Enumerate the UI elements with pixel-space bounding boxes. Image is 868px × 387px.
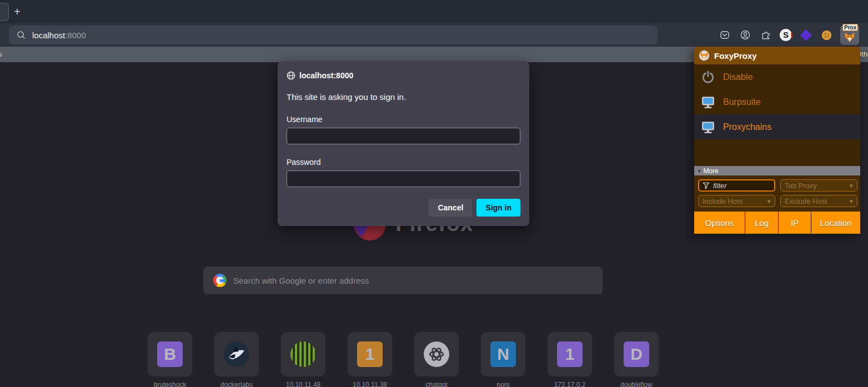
more-section-header[interactable]: ▾ More [694,166,860,175]
shortcut-10-10-11-38[interactable]: 1 10.10.11.38 [343,332,397,387]
menu-item-burpsuite[interactable]: Burpsuite [694,89,860,114]
globe-icon [287,71,295,80]
letter-icon: D [624,341,649,367]
account-icon[interactable] [739,28,752,42]
sign-in-button[interactable]: Sign in [476,199,520,217]
newtab-search-input[interactable] [233,276,566,285]
monitor-icon [701,95,715,109]
dialog-message: This site is asking you to sign in. [287,92,520,102]
shortcut-grid: B bruteshock dockerlabs 10.10.11.48 [143,332,726,387]
shortcut-bruteshock[interactable]: B bruteshock [143,332,197,387]
shortcut-chatgpt[interactable]: chatgpt [410,332,463,387]
shortcut-172-17-0-2[interactable]: 1 172.17.0.2 [543,332,596,387]
new-tab-button[interactable]: + [10,4,24,19]
green-globe-icon [290,341,316,367]
dialog-host: localhost:8000 [299,71,353,80]
letter-icon: 1 [557,341,583,367]
popup-spacer [694,139,860,166]
foxyproxy-header: FoxyProxy [694,47,860,64]
purple-diamond-extension-icon[interactable] [799,28,812,42]
menu-item-disable[interactable]: Disable [694,64,860,89]
url-bar[interactable]: localhost:8000 [9,26,658,44]
log-button[interactable]: Log [745,212,778,234]
url-port: :8000 [65,31,86,40]
more-controls: Tab Proxy ▾ Include Host ▾ Exclude Host … [694,175,860,212]
google-icon [213,274,227,287]
letter-icon: 1 [357,341,383,367]
fox-icon [844,31,856,43]
foxyproxy-toolbar-button[interactable]: Prox [840,25,859,45]
cancel-button[interactable]: Cancel [429,199,472,217]
menu-item-proxychains[interactable]: Proxychains [694,114,860,139]
collapse-arrow-icon: ▾ [698,168,701,174]
username-field[interactable] [287,128,520,144]
bookmark-item-partial[interactable]: s [0,50,2,58]
shortcut-doubleflow[interactable]: D doubleflow [610,332,663,387]
foxyproxy-popup: FoxyProxy Disable Burpsuite [694,47,860,234]
ip-button[interactable]: IP [779,212,811,234]
tab-proxy-select[interactable]: Tab Proxy ▾ [780,179,857,192]
auth-dialog: localhost:8000 This site is asking you t… [278,61,529,226]
monitor-icon [701,120,715,134]
shortcut-10-10-11-48[interactable]: 10.10.11.48 [277,332,330,387]
foxyproxy-title: FoxyProxy [714,51,757,61]
power-icon [701,70,715,84]
search-icon [17,31,26,39]
navigation-toolbar: localhost:8000 S! P [0,23,868,47]
shortcut-nors[interactable]: N nors [476,332,530,387]
foxyproxy-badge: Prox [842,24,858,31]
fox-icon [699,50,710,61]
password-label: Password [287,158,520,167]
include-host-select[interactable]: Include Host ▾ [698,195,775,207]
openai-icon [424,341,449,367]
letter-icon: N [490,341,516,367]
chevron-down-icon: ▾ [767,197,771,205]
funnel-icon [703,182,710,189]
s-alert-extension-icon[interactable]: S! [780,29,792,41]
location-button[interactable]: Location [811,212,860,234]
newtab-search-bar[interactable] [203,267,603,294]
partial-tab[interactable] [0,3,9,21]
pocket-icon[interactable] [718,28,731,42]
cookie-extension-icon[interactable] [820,28,833,42]
exclude-host-select[interactable]: Exclude Host ▾ [780,195,857,207]
extensions-puzzle-icon[interactable] [759,28,772,42]
password-field[interactable] [287,170,520,187]
tab-strip: + [0,0,868,23]
letter-icon: B [157,341,183,367]
chevron-down-icon: ▾ [849,197,853,205]
filter-box[interactable] [698,179,775,192]
options-button[interactable]: Options [694,212,745,234]
filter-input[interactable] [713,182,769,190]
orca-icon [223,341,250,368]
chevron-down-icon: ▾ [849,182,853,190]
popup-footer-buttons: Options Log IP Location [694,212,860,234]
shortcut-dockerlabs[interactable]: dockerlabs [210,332,263,387]
url-host: localhost [32,31,65,40]
username-label: Username [287,115,520,124]
